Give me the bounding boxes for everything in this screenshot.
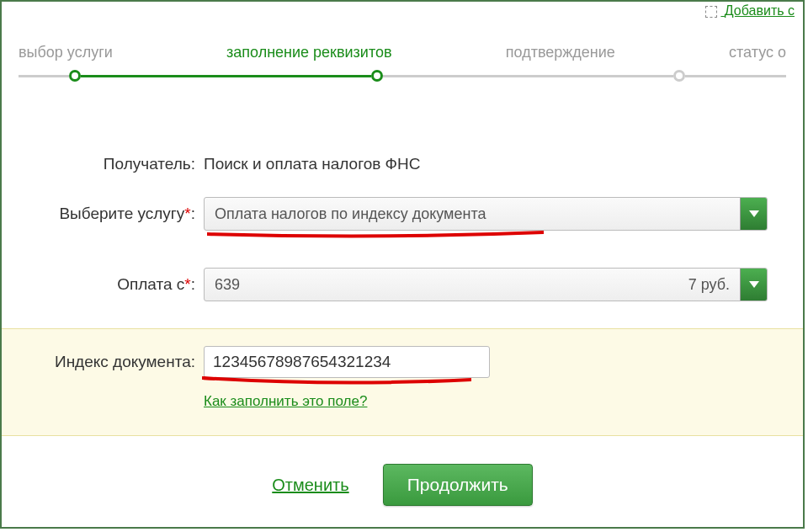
actions-bar: Отменить Продолжить [2,464,803,506]
step-line [81,75,371,77]
svg-marker-1 [749,281,759,288]
stepper: выбор услуги заполнение реквизитов подтв… [2,44,803,61]
recipient-row: Получатель: Поиск и оплата налогов ФНС [2,141,803,187]
step-3-label: подтверждение [506,44,615,61]
service-select[interactable]: Оплата налогов по индексу документа [204,197,768,231]
svg-marker-0 [749,210,759,217]
payfrom-select-text: 639 7 руб. [205,276,740,294]
step-2-label: заполнение реквизитов [226,44,392,61]
chevron-down-icon [740,269,767,301]
payfrom-row: Оплата с*: 639 7 руб. [2,258,803,311]
recipient-value: Поиск и оплата налогов ФНС [204,155,786,173]
stepper-track [2,70,803,82]
docindex-input[interactable] [204,346,490,378]
step-dot-2 [371,70,383,82]
step-line [685,75,786,77]
service-select-text: Оплата налогов по индексу документа [205,205,740,223]
chevron-down-icon [740,198,767,230]
annotation-underline [207,231,544,241]
service-row: Выберите услугу*: Оплата налогов по инде… [2,187,803,241]
step-line [19,75,69,77]
cancel-link[interactable]: Отменить [272,476,348,495]
docindex-label: Индекс документа: [19,346,204,371]
payfrom-label: Оплата с*: [19,275,204,294]
step-dot-3 [673,70,685,82]
docindex-row: Индекс документа: Как заполнить это поле… [2,328,803,436]
add-link[interactable]: Добавить с [705,3,795,19]
help-link[interactable]: Как заполнить это поле? [204,393,786,410]
required-mark: * [184,205,190,222]
continue-button[interactable]: Продолжить [383,464,533,506]
add-icon [705,6,717,18]
recipient-label: Получатель: [19,155,204,173]
service-label: Выберите услугу*: [19,205,204,223]
step-dot-1 [69,70,81,82]
step-line [383,75,673,77]
add-link-text: Добавить с [725,3,795,18]
step-1-label: выбор услуги [19,44,113,61]
step-4-label: статус о [729,44,786,61]
payfrom-select[interactable]: 639 7 руб. [204,268,768,301]
annotation-underline [202,376,471,388]
required-mark: * [184,275,190,293]
